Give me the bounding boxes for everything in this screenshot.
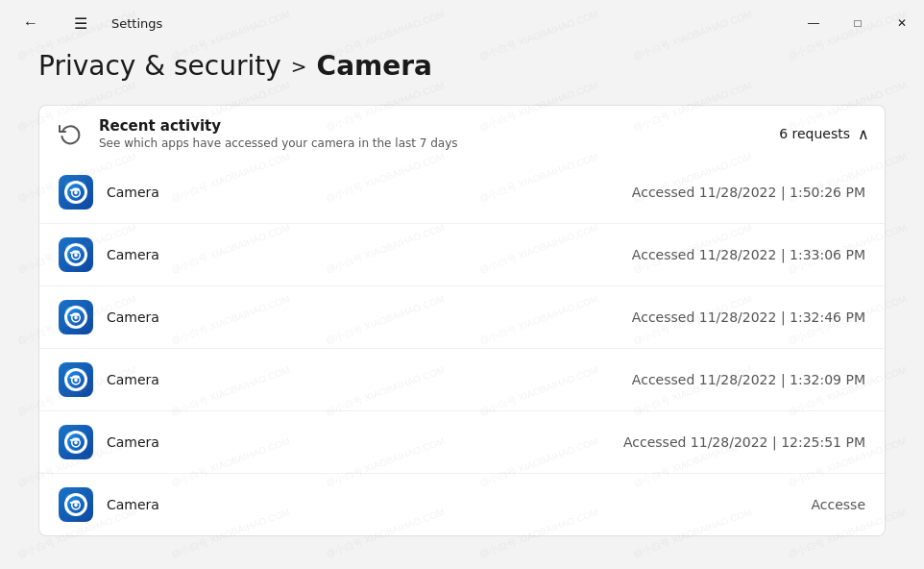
- camera-app-icon: [59, 175, 93, 210]
- svg-rect-18: [72, 376, 79, 379]
- activity-subtitle: See which apps have accessed your camera…: [99, 136, 458, 150]
- activity-header-left: Recent activity See which apps have acce…: [55, 117, 458, 150]
- svg-point-2: [74, 191, 78, 195]
- svg-rect-14: [70, 314, 72, 316]
- camera-item-left: Camera: [59, 300, 159, 334]
- svg-point-26: [72, 501, 81, 509]
- chevron-up-icon: ∧: [858, 125, 869, 143]
- title-bar-left: ← ☰ Settings: [12, 4, 162, 42]
- back-icon: ←: [23, 14, 38, 32]
- activity-title: Recent activity: [99, 117, 458, 135]
- minimize-icon: —: [808, 16, 819, 30]
- close-icon: ✕: [897, 16, 907, 30]
- camera-list: Camera Accessed 11/28/2022 | 1:50:26 PM: [38, 161, 886, 536]
- access-time: Accessed 11/28/2022 | 12:25:51 PM: [623, 434, 865, 450]
- camera-icon: [65, 494, 86, 515]
- svg-point-27: [74, 504, 78, 507]
- app-name: Camera: [107, 247, 159, 262]
- camera-item-left: Camera: [59, 425, 159, 459]
- camera-icon: [65, 182, 86, 203]
- camera-list-item: Camera Accessed 11/28/2022 | 1:50:26 PM: [39, 161, 885, 224]
- breadcrumb-parent[interactable]: Privacy & security: [38, 50, 281, 82]
- access-time: Accessed 11/28/2022 | 1:32:09 PM: [632, 372, 865, 387]
- svg-point-17: [74, 379, 78, 383]
- camera-list-item: Camera Accessed 11/28/2022 | 1:32:46 PM: [39, 286, 885, 349]
- request-count: 6 requests: [779, 126, 850, 141]
- window-title: Settings: [111, 16, 162, 31]
- svg-point-6: [72, 251, 81, 260]
- access-time: Accessed 11/28/2022 | 1:32:46 PM: [632, 309, 865, 325]
- camera-item-left: Camera: [59, 175, 159, 210]
- svg-rect-3: [72, 188, 79, 191]
- svg-rect-8: [72, 251, 79, 254]
- svg-rect-20: [65, 432, 86, 453]
- breadcrumb-separator: >: [291, 55, 307, 78]
- svg-rect-10: [65, 307, 86, 328]
- svg-rect-15: [65, 369, 86, 390]
- camera-icon: [65, 244, 86, 265]
- activity-header-right: 6 requests ∧: [779, 125, 869, 143]
- recent-activity-header: Recent activity See which apps have acce…: [38, 105, 886, 161]
- back-button[interactable]: ←: [12, 4, 50, 42]
- close-button[interactable]: ✕: [880, 0, 924, 46]
- svg-point-11: [72, 313, 81, 322]
- collapse-button[interactable]: ∧: [858, 125, 869, 143]
- svg-point-22: [74, 441, 78, 445]
- app-name: Camera: [107, 309, 159, 325]
- title-bar: ← ☰ Settings — □ ✕: [0, 0, 924, 46]
- camera-list-item: Camera Accessed 11/28/2022 | 1:32:09 PM: [39, 349, 885, 411]
- svg-point-16: [72, 376, 81, 384]
- access-time: Accessed 11/28/2022 | 1:33:06 PM: [632, 247, 865, 262]
- svg-rect-25: [65, 494, 86, 515]
- svg-rect-29: [70, 502, 72, 504]
- camera-item-left: Camera: [59, 237, 159, 272]
- app-name: Camera: [107, 372, 159, 387]
- camera-app-icon: [59, 425, 93, 459]
- svg-rect-28: [72, 501, 79, 504]
- svg-rect-13: [72, 313, 79, 316]
- svg-rect-19: [70, 377, 72, 379]
- app-name: Camera: [107, 185, 159, 200]
- breadcrumb-current: Camera: [317, 50, 432, 82]
- camera-app-icon: [59, 300, 93, 334]
- svg-rect-24: [70, 439, 72, 441]
- svg-point-1: [72, 188, 81, 197]
- window-controls: — □ ✕: [791, 0, 924, 46]
- activity-icon: [55, 118, 85, 149]
- svg-rect-4: [70, 189, 72, 191]
- maximize-icon: □: [854, 16, 861, 30]
- camera-item-left: Camera: [59, 487, 159, 522]
- menu-icon: ☰: [74, 14, 87, 33]
- app-name: Camera: [107, 497, 159, 512]
- camera-item-left: Camera: [59, 362, 159, 397]
- svg-point-21: [72, 438, 81, 447]
- activity-text: Recent activity See which apps have acce…: [99, 117, 458, 150]
- svg-rect-0: [65, 182, 86, 203]
- camera-icon: [65, 369, 86, 390]
- camera-list-item: Camera Accesse: [39, 474, 885, 535]
- svg-rect-9: [70, 252, 72, 254]
- svg-point-12: [74, 316, 78, 320]
- camera-icon: [65, 307, 86, 328]
- svg-rect-5: [65, 244, 86, 265]
- camera-app-icon: [59, 487, 93, 522]
- main-content: Privacy & security > Camera Recent activ…: [0, 50, 924, 536]
- camera-app-icon: [59, 362, 93, 397]
- camera-list-item: Camera Accessed 11/28/2022 | 12:25:51 PM: [39, 411, 885, 474]
- access-time: Accesse: [811, 497, 865, 512]
- breadcrumb: Privacy & security > Camera: [38, 50, 886, 82]
- app-name: Camera: [107, 434, 159, 450]
- svg-point-7: [74, 254, 78, 258]
- camera-list-item: Camera Accessed 11/28/2022 | 1:33:06 PM: [39, 224, 885, 286]
- minimize-button[interactable]: —: [791, 0, 836, 46]
- menu-button[interactable]: ☰: [61, 4, 100, 42]
- svg-rect-23: [72, 438, 79, 441]
- camera-icon: [65, 432, 86, 453]
- maximize-button[interactable]: □: [836, 0, 880, 46]
- access-time: Accessed 11/28/2022 | 1:50:26 PM: [632, 185, 865, 200]
- history-icon: [59, 122, 82, 145]
- camera-app-icon: [59, 237, 93, 272]
